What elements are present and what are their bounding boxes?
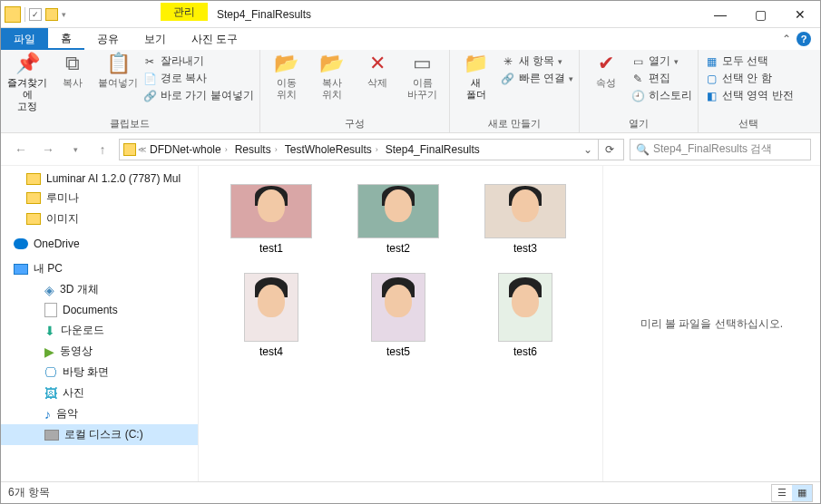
pin-icon: 📌 bbox=[15, 52, 40, 75]
paste-shortcut-button[interactable]: 🔗바로 가기 붙여넣기 bbox=[142, 88, 254, 103]
edit-button[interactable]: ✎편집 bbox=[630, 71, 692, 86]
select-none-icon: ▢ bbox=[704, 73, 718, 85]
select-none-button[interactable]: ▢선택 안 함 bbox=[704, 71, 794, 86]
group-label: 새로 만들기 bbox=[455, 115, 573, 132]
sidebar-item[interactable]: ◈3D 개체 bbox=[1, 279, 198, 300]
recent-dropdown[interactable]: ▾ bbox=[64, 139, 86, 160]
sidebar-item[interactable]: 이미지 bbox=[1, 208, 198, 229]
properties-icon: ✔ bbox=[598, 52, 614, 75]
tab-home[interactable]: 홈 bbox=[48, 28, 84, 50]
copy-button[interactable]: ⧉ 복사 bbox=[52, 52, 93, 89]
select-all-button[interactable]: ▦모두 선택 bbox=[704, 53, 794, 69]
file-name: test6 bbox=[513, 345, 537, 358]
sidebar-item[interactable]: Documents bbox=[1, 300, 198, 320]
paste-icon: 📋 bbox=[106, 52, 131, 75]
delete-button[interactable]: ✕삭제 bbox=[357, 52, 398, 89]
preview-pane: 미리 볼 파일을 선택하십시오. bbox=[602, 166, 820, 481]
copy-to-button[interactable]: 📂복사 위치 bbox=[311, 52, 353, 101]
rename-icon: ▭ bbox=[413, 52, 432, 75]
easy-access-button[interactable]: 🔗빠른 연결 ▾ bbox=[501, 71, 573, 86]
properties-button[interactable]: ✔속성 bbox=[585, 52, 627, 89]
sidebar-item[interactable]: 🖵바탕 화면 bbox=[1, 362, 198, 383]
forward-button[interactable]: → bbox=[37, 139, 59, 160]
ribbon-collapse-icon[interactable]: ⌃ bbox=[782, 33, 791, 45]
sidebar-item[interactable]: ▶동영상 bbox=[1, 341, 198, 362]
breadcrumb-item[interactable]: TestWholeResults› bbox=[281, 143, 382, 156]
shortcut-icon: 🔗 bbox=[142, 90, 157, 102]
sidebar-item[interactable]: 루미나 bbox=[1, 188, 198, 208]
tab-file[interactable]: 파일 bbox=[1, 28, 48, 50]
file-item[interactable]: test4 bbox=[217, 273, 326, 358]
icons-view-button[interactable]: ▦ bbox=[792, 485, 812, 501]
paste-button[interactable]: 📋 붙여넣기 bbox=[97, 52, 139, 89]
cut-button[interactable]: ✂잘라내기 bbox=[142, 53, 254, 69]
refresh-button[interactable]: ⟳ bbox=[598, 139, 620, 160]
easy-access-icon: 🔗 bbox=[501, 73, 515, 85]
edit-icon: ✎ bbox=[630, 73, 645, 85]
file-item[interactable]: test1 bbox=[217, 184, 326, 255]
navigation-bar: ← → ▾ ↑ ≪ DFDNet-whole› Results› TestWho… bbox=[1, 133, 820, 166]
ribbon-tabs: 파일 홈 공유 보기 사진 도구 ⌃ ? bbox=[1, 28, 820, 50]
thumbnail bbox=[244, 273, 298, 342]
help-icon[interactable]: ? bbox=[797, 32, 811, 46]
back-button[interactable]: ← bbox=[10, 139, 32, 160]
status-bar: 6개 항목 ☰ ▦ bbox=[1, 481, 820, 503]
open-button[interactable]: ▭열기 ▾ bbox=[630, 53, 692, 69]
sidebar-item[interactable]: Luminar AI 1.2.0 (7787) Mul bbox=[1, 170, 198, 188]
ribbon: 📌 즐겨찾기에 고정 ⧉ 복사 📋 붙여넣기 ✂잘라내기 📄경로 복사 🔗바로 … bbox=[1, 50, 820, 133]
rename-button[interactable]: ▭이름 바꾸기 bbox=[402, 52, 444, 101]
separator bbox=[24, 7, 25, 22]
sidebar-item[interactable]: 내 PC bbox=[1, 258, 198, 279]
file-item[interactable]: test3 bbox=[471, 184, 580, 255]
thumbnail bbox=[498, 273, 552, 342]
new-item-button[interactable]: ✳새 항목 ▾ bbox=[501, 53, 573, 69]
tab-picture-tools[interactable]: 사진 도구 bbox=[179, 28, 250, 50]
pin-to-quick-access-button[interactable]: 📌 즐겨찾기에 고정 bbox=[6, 52, 48, 113]
search-input[interactable]: 🔍 Step4_FinalResults 검색 bbox=[630, 139, 811, 160]
invert-icon: ◧ bbox=[704, 90, 718, 102]
address-bar[interactable]: ≪ DFDNet-whole› Results› TestWholeResult… bbox=[119, 139, 624, 160]
file-item[interactable]: test2 bbox=[344, 184, 453, 255]
breadcrumb-item[interactable]: Step4_FinalResults bbox=[382, 143, 484, 156]
sidebar-item[interactable]: 로컬 디스크 (C:) bbox=[1, 424, 198, 445]
breadcrumb-item[interactable]: DFDNet-whole› bbox=[146, 143, 231, 156]
sidebar-item[interactable]: OneDrive bbox=[1, 235, 198, 253]
history-button[interactable]: 🕘히스토리 bbox=[630, 88, 692, 103]
file-name: test2 bbox=[386, 242, 410, 255]
file-item[interactable]: test6 bbox=[471, 273, 580, 358]
qat-properties-button[interactable]: ✓ bbox=[29, 8, 42, 21]
sidebar-item[interactable]: ♪음악 bbox=[1, 403, 198, 424]
copy-icon: ⧉ bbox=[65, 52, 80, 75]
qat-dropdown[interactable]: ▾ bbox=[62, 10, 66, 19]
path-icon: 📄 bbox=[142, 73, 157, 85]
file-view[interactable]: test1test2test3test4test5test6 bbox=[199, 166, 602, 481]
invert-selection-button[interactable]: ◧선택 영역 반전 bbox=[704, 88, 794, 103]
breadcrumb-item[interactable]: Results› bbox=[231, 143, 281, 156]
folder-icon bbox=[5, 6, 21, 23]
file-name: test3 bbox=[513, 242, 537, 255]
details-view-button[interactable]: ☰ bbox=[772, 485, 792, 501]
close-button[interactable]: ✕ bbox=[780, 1, 820, 27]
address-dropdown[interactable]: ⌄ bbox=[578, 143, 598, 156]
sidebar-item[interactable]: ⬇다운로드 bbox=[1, 320, 198, 341]
tab-share[interactable]: 공유 bbox=[84, 28, 132, 50]
navigation-pane[interactable]: Luminar AI 1.2.0 (7787) Mul루미나이미지OneDriv… bbox=[1, 166, 199, 481]
move-to-button[interactable]: 📂이동 위치 bbox=[266, 52, 308, 101]
ribbon-group-clipboard: 📌 즐겨찾기에 고정 ⧉ 복사 📋 붙여넣기 ✂잘라내기 📄경로 복사 🔗바로 … bbox=[1, 50, 260, 132]
up-button[interactable]: ↑ bbox=[92, 139, 113, 160]
maximize-button[interactable]: ▢ bbox=[740, 1, 780, 27]
sidebar-item[interactable]: 🖼사진 bbox=[1, 383, 198, 403]
minimize-button[interactable]: — bbox=[700, 1, 740, 27]
tab-view[interactable]: 보기 bbox=[132, 28, 179, 50]
thumbnail bbox=[357, 184, 439, 238]
copy-path-button[interactable]: 📄경로 복사 bbox=[142, 71, 254, 86]
ribbon-group-open: ✔속성 ▭열기 ▾ ✎편집 🕘히스토리 열기 bbox=[580, 50, 699, 132]
select-all-icon: ▦ bbox=[704, 55, 718, 68]
cut-icon: ✂ bbox=[142, 55, 157, 68]
open-icon: ▭ bbox=[630, 55, 645, 68]
group-label: 클립보드 bbox=[6, 115, 254, 132]
group-label: 열기 bbox=[585, 115, 692, 132]
new-folder-button[interactable]: 📁새 폴더 bbox=[455, 52, 497, 101]
contextual-tab[interactable]: 관리 bbox=[161, 3, 208, 21]
file-item[interactable]: test5 bbox=[344, 273, 453, 358]
